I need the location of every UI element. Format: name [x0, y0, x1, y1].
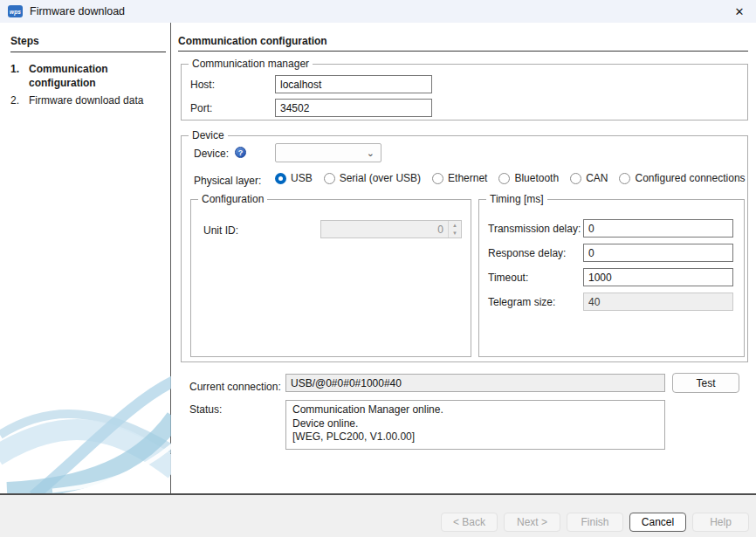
decorative-swirl-graphic	[0, 367, 171, 493]
back-button: < Back	[441, 513, 498, 532]
radio-usb[interactable]: USB	[275, 172, 313, 184]
steps-list: 1. Communication configuration 2. Firmwa…	[10, 63, 161, 113]
telegram-size-input	[583, 293, 733, 311]
radio-can[interactable]: CAN	[570, 172, 608, 184]
device-select[interactable]: ⌄	[275, 143, 381, 162]
test-button[interactable]: Test	[672, 373, 739, 393]
wps-app-icon: wps	[8, 5, 23, 17]
current-connection-label: Current connection:	[189, 381, 281, 393]
radio-label: Serial (over USB)	[340, 172, 421, 184]
dialog-body: Steps 1. Communication configuration 2. …	[0, 23, 756, 493]
radio-label: Bluetooth	[514, 172, 559, 184]
main-panel: Communication configuration Communicatio…	[171, 23, 756, 493]
group-legend: Configuration	[198, 193, 267, 205]
radio-circle-icon	[432, 173, 443, 184]
radio-serial-over-usb[interactable]: Serial (over USB)	[324, 172, 421, 184]
timeout-label: Timeout:	[488, 272, 528, 284]
radio-circle-icon	[498, 173, 510, 184]
chevron-down-icon: ⌄	[367, 148, 375, 157]
steps-heading: Steps	[10, 35, 166, 52]
transmission-delay-label: Transmission delay:	[488, 223, 581, 235]
host-input[interactable]	[275, 75, 432, 93]
physical-layer-options: USB Serial (over USB) Ethernet Bluetooth	[275, 172, 746, 184]
radio-label: USB	[291, 172, 313, 184]
current-connection-value	[285, 374, 665, 392]
spin-down-icon: ▼	[449, 230, 461, 238]
group-legend: Communication manager	[189, 58, 313, 70]
device-group: Device Device: ? ⌄ Physical layer: USB S…	[181, 135, 748, 362]
physical-layer-label: Physical layer:	[194, 175, 261, 187]
spin-up-icon: ▲	[449, 221, 461, 230]
window-title: Firmware download	[30, 5, 125, 17]
timeout-input[interactable]	[583, 268, 733, 286]
group-legend: Timing [ms]	[486, 193, 547, 205]
close-icon[interactable]: ✕	[731, 3, 748, 20]
host-label: Host:	[190, 79, 215, 91]
title-bar: wps Firmware download ✕	[0, 0, 756, 23]
status-line: [WEG, PLC200, V1.00.00]	[292, 430, 658, 444]
communication-manager-group: Communication manager Host: Port:	[181, 64, 748, 120]
status-box: Communication Manager online. Device onl…	[285, 400, 665, 450]
radio-label: Ethernet	[448, 172, 487, 184]
timing-group: Timing [ms] Transmission delay: Response…	[478, 199, 745, 357]
unit-id-stepper: 0 ▲ ▼	[320, 220, 462, 238]
status-line: Communication Manager online.	[292, 403, 658, 417]
status-line: Device online.	[292, 417, 658, 431]
port-label: Port:	[190, 102, 212, 114]
finish-button: Finish	[567, 513, 623, 532]
help-icon[interactable]: ?	[235, 147, 246, 158]
step-number: 1.	[10, 63, 29, 90]
unit-id-label: Unit ID:	[203, 224, 238, 237]
port-input[interactable]	[275, 99, 432, 117]
response-delay-label: Response delay:	[488, 247, 566, 259]
steps-sidebar: Steps 1. Communication configuration 2. …	[0, 23, 171, 493]
radio-circle-icon	[619, 173, 630, 184]
radio-label: CAN	[586, 172, 608, 184]
step-item-communication-configuration: 1. Communication configuration	[10, 63, 161, 90]
radio-configured-connections[interactable]: Configured connections	[619, 172, 745, 184]
configuration-group: Configuration Unit ID: 0 ▲ ▼	[190, 199, 471, 357]
device-label: Device:	[194, 148, 229, 160]
firmware-download-dialog: wps Firmware download ✕ Steps 1. Communi…	[0, 0, 756, 537]
unit-id-value: 0	[321, 224, 448, 236]
transmission-delay-input[interactable]	[583, 219, 733, 238]
telegram-size-label: Telegram size:	[488, 296, 555, 308]
step-label: Communication configuration	[29, 63, 151, 90]
cancel-button[interactable]: Cancel	[629, 513, 686, 532]
step-number: 2.	[10, 94, 29, 108]
radio-label: Configured connections	[635, 172, 745, 184]
step-item-firmware-download-data: 2. Firmware download data	[10, 94, 161, 108]
status-label: Status:	[189, 403, 222, 416]
step-label: Firmware download data	[29, 94, 151, 108]
radio-circle-icon	[324, 173, 335, 184]
radio-bluetooth[interactable]: Bluetooth	[498, 172, 559, 184]
wizard-button-bar: < Back Next > Finish Cancel Help	[0, 493, 756, 537]
group-legend: Device	[189, 129, 228, 141]
radio-circle-icon	[570, 173, 581, 184]
help-button: Help	[692, 513, 749, 532]
spin-buttons: ▲ ▼	[448, 221, 461, 238]
response-delay-input[interactable]	[583, 244, 733, 262]
radio-circle-icon	[275, 173, 286, 184]
page-title: Communication configuration	[178, 35, 748, 52]
radio-ethernet[interactable]: Ethernet	[432, 172, 487, 184]
next-button: Next >	[504, 513, 560, 532]
